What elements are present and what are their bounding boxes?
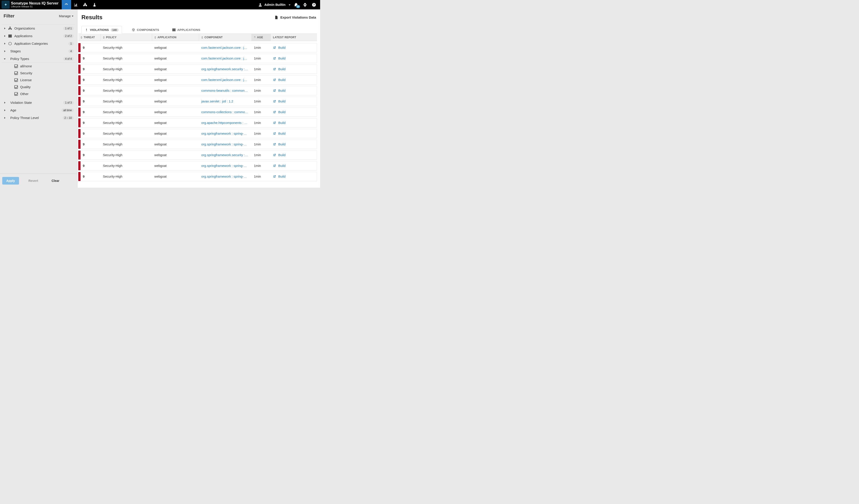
filter-check-pt-license[interactable]: License	[2, 77, 75, 83]
cell-report-link[interactable]: Build	[271, 43, 317, 52]
nav-labs[interactable]	[90, 0, 99, 10]
filter-stages[interactable]: Stages4	[2, 47, 75, 55]
filter-policy-types[interactable]: Policy Types4 of 4	[2, 55, 75, 62]
violation-row[interactable]: 9Security-Highwebgoatorg.springframework…	[78, 129, 317, 138]
col-policy[interactable]: POLICY	[101, 34, 152, 41]
tab-violations[interactable]: VIOLATIONS149	[81, 26, 122, 34]
violation-row[interactable]: 9Security-Highwebgoatcommons-beanutils :…	[78, 86, 317, 95]
col-application[interactable]: APPLICATION	[152, 34, 199, 41]
cell-component-link[interactable]: com.fasterxml.jackson.core : j…	[199, 43, 252, 52]
tab-components[interactable]: COMPONENTS	[129, 26, 162, 33]
checkbox-icon	[14, 92, 18, 96]
filter-check-pt-security[interactable]: Security	[2, 70, 75, 77]
cell-component-link[interactable]: org.apache.httpcomponents : …	[199, 118, 252, 127]
filter-check-pt-all[interactable]: all/none	[2, 63, 75, 70]
file-icon	[274, 16, 278, 19]
filter-violation-state[interactable]: Violation State1 of 3	[2, 98, 75, 106]
violation-row[interactable]: 9Security-Highwebgoatcommons-collections…	[78, 107, 317, 117]
col-component[interactable]: COMPONENT	[199, 34, 252, 41]
cell-report-link[interactable]: Build	[271, 118, 317, 127]
cell-threat: 9	[80, 129, 101, 138]
cell-report-link[interactable]: Build	[271, 54, 317, 63]
filter-applications[interactable]: Applications2 of 2	[2, 32, 75, 40]
external-link-icon	[273, 100, 276, 103]
cell-policy: Security-High	[101, 86, 152, 95]
cell-report-link[interactable]: Build	[271, 86, 317, 95]
page-title: Results	[81, 14, 103, 21]
cell-report-link[interactable]: Build	[271, 161, 317, 170]
user-menu[interactable]: Admin BuiltIn	[258, 3, 290, 7]
cell-policy: Security-High	[101, 65, 152, 74]
violation-row[interactable]: 9Security-Highwebgoatcom.fasterxml.jacks…	[78, 75, 317, 85]
chevron-right-icon	[3, 102, 6, 104]
cell-component-link[interactable]: commons-collections : commo…	[199, 108, 252, 117]
filter-check-pt-quality[interactable]: Quality	[2, 83, 75, 90]
cell-component-link[interactable]: org.springframework.security :…	[199, 151, 252, 159]
filter-count-pill: 1	[69, 42, 74, 45]
violation-row[interactable]: 9Security-Highwebgoatcom.fasterxml.jacks…	[78, 43, 317, 52]
cell-component-link[interactable]: org.springframework : spring-…	[199, 129, 252, 138]
cell-component-link[interactable]: org.springframework : spring-…	[199, 140, 252, 149]
cell-application: webgoat	[152, 75, 199, 84]
tab-label: COMPONENTS	[137, 28, 159, 32]
clear-button[interactable]: Clear	[47, 177, 63, 185]
apply-button[interactable]: Apply	[2, 177, 19, 185]
report-label: Build	[278, 142, 285, 146]
violation-row[interactable]: 9Security-Highwebgoatcom.fasterxml.jacks…	[78, 54, 317, 63]
chevron-right-icon	[3, 109, 6, 111]
nav-reports[interactable]	[71, 0, 80, 10]
cell-report-link[interactable]: Build	[271, 97, 317, 106]
cell-report-link[interactable]: Build	[271, 129, 317, 138]
settings-button[interactable]	[301, 1, 308, 8]
external-link-icon	[273, 57, 276, 60]
cell-policy: Security-High	[101, 129, 152, 138]
cell-component-link[interactable]: org.springframework : spring-…	[199, 161, 252, 170]
cell-report-link[interactable]: Build	[271, 151, 317, 159]
filter-label: Policy Threat Level	[10, 116, 60, 120]
col-threat[interactable]: THREAT	[78, 34, 101, 41]
notifications-button[interactable]: 20	[292, 1, 300, 8]
cell-report-link[interactable]: Build	[271, 172, 317, 181]
cell-report-link[interactable]: Build	[271, 65, 317, 74]
cell-report-link[interactable]: Build	[271, 108, 317, 117]
filter-app-categories[interactable]: Application Categories1	[2, 40, 75, 47]
violation-row[interactable]: 9Security-Highwebgoatjavax.servlet : jst…	[78, 97, 317, 106]
col-age[interactable]: AGE	[252, 34, 271, 41]
filter-check-pt-other[interactable]: Other	[2, 90, 75, 97]
report-label: Build	[278, 89, 285, 92]
external-link-icon	[273, 78, 276, 81]
tab-applications[interactable]: APPLICATIONS	[169, 26, 204, 33]
export-violations-button[interactable]: Export Violations Data	[274, 15, 316, 19]
nav-orgs[interactable]	[80, 0, 90, 10]
help-button[interactable]	[310, 1, 317, 8]
main-panel: Results Export Violations Data VIOLATION…	[77, 10, 320, 188]
threat-stripe	[78, 129, 80, 138]
nav-dashboard[interactable]	[62, 0, 71, 10]
violation-row[interactable]: 9Security-Highwebgoatorg.springframework…	[78, 172, 317, 181]
violation-row[interactable]: 9Security-Highwebgoatorg.springframework…	[78, 161, 317, 170]
cell-threat: 9	[80, 75, 101, 84]
chevron-down-icon	[289, 4, 290, 6]
cell-component-link[interactable]: org.springframework : spring-…	[199, 172, 252, 181]
violation-row[interactable]: 9Security-Highwebgoatorg.apache.httpcomp…	[78, 118, 317, 127]
filter-organizations[interactable]: Organizations1 of 1	[2, 25, 75, 32]
cell-component-link[interactable]: javax.servlet : jstl : 1.2	[199, 97, 252, 106]
filter-threat[interactable]: Policy Threat Level2 – 10	[2, 114, 75, 121]
brand-subtitle: Lifecycle release 51	[11, 5, 59, 8]
violation-row[interactable]: 9Security-Highwebgoatorg.springframework…	[78, 140, 317, 149]
filter-age[interactable]: Ageall time	[2, 106, 75, 114]
cell-application: webgoat	[152, 118, 199, 127]
cell-component-link[interactable]: org.springframework.security :…	[199, 65, 252, 74]
cell-application: webgoat	[152, 65, 199, 74]
external-link-icon	[273, 89, 276, 92]
cell-component-link[interactable]: com.fasterxml.jackson.core : j…	[199, 75, 252, 84]
cell-report-link[interactable]: Build	[271, 140, 317, 149]
cell-component-link[interactable]: commons-beanutils : common…	[199, 86, 252, 95]
brand-logo-icon: ✦	[2, 1, 10, 9]
manage-dropdown[interactable]: Manage	[59, 14, 74, 18]
violation-row[interactable]: 9Security-Highwebgoatorg.springframework…	[78, 150, 317, 160]
revert-button[interactable]: Revert	[25, 177, 42, 185]
cell-component-link[interactable]: com.fasterxml.jackson.core : j…	[199, 54, 252, 63]
violation-row[interactable]: 9Security-Highwebgoatorg.springframework…	[78, 64, 317, 74]
cell-report-link[interactable]: Build	[271, 75, 317, 84]
